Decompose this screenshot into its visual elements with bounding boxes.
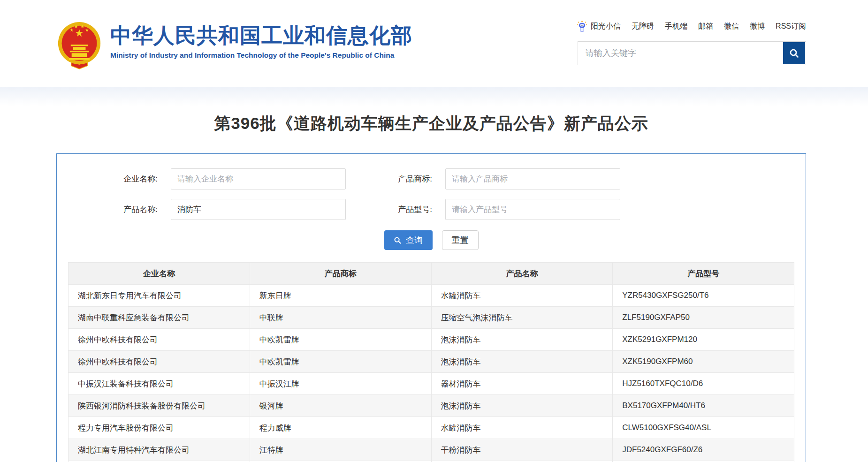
nav-link-accessibility[interactable]: 无障碍 <box>632 22 654 31</box>
search-icon <box>394 236 402 244</box>
nav-label-yangguang-xiaoxin[interactable]: 阳光小信 <box>591 22 621 31</box>
table-cell: 压缩空气泡沫消防车 <box>431 307 613 329</box>
nav-link-weibo[interactable]: 微博 <box>750 22 765 31</box>
table-cell: 徐州中欧科技有限公司 <box>69 329 250 351</box>
search-icon <box>789 48 800 59</box>
table-cell: 泡沫消防车 <box>431 329 613 351</box>
table-cell: 水罐消防车 <box>431 285 613 307</box>
column-header-company: 企业名称 <box>69 263 250 285</box>
table-cell: 中振汉江装备科技有限公司 <box>69 373 250 395</box>
page-title: 第396批《道路机动车辆生产企业及产品公告》新产品公示 <box>56 113 806 135</box>
field-product-brand: 产品商标: <box>381 168 620 189</box>
table-row: 湖北新东日专用汽车有限公司新东日牌水罐消防车YZR5430GXFSG250/T6 <box>69 285 794 307</box>
table-cell: YZR5430GXFSG250/T6 <box>613 285 794 307</box>
table-cell: 湖北新东日专用汽车有限公司 <box>69 285 250 307</box>
query-button[interactable]: 查询 <box>384 230 433 250</box>
utility-nav: 阳光小信 无障碍 手机端 邮箱 微信 微博 RSS订阅 <box>577 21 806 32</box>
table-cell: 江特牌 <box>250 439 431 461</box>
nav-link-rss[interactable]: RSS订阅 <box>776 22 806 31</box>
table-cell: 器材消防车 <box>431 373 613 395</box>
results-table-head: 企业名称 产品商标 产品名称 产品型号 <box>69 263 794 285</box>
table-row: 陕西银河消防科技装备股份有限公司银河牌泡沫消防车BX5170GXFPM40/HT… <box>69 395 794 417</box>
product-model-label: 产品型号: <box>381 204 432 215</box>
site-search-bar <box>578 41 806 65</box>
product-model-input[interactable] <box>445 199 620 220</box>
nav-link-mail[interactable]: 邮箱 <box>698 22 713 31</box>
table-cell: JDF5240GXFGF60/Z6 <box>613 439 794 461</box>
table-cell: 泡沫消防车 <box>431 395 613 417</box>
product-name-input[interactable] <box>171 199 346 220</box>
column-header-model: 产品型号 <box>613 263 794 285</box>
table-row: 湖北江南专用特种汽车有限公司江特牌干粉消防车JDF5240GXFGF60/Z6 <box>69 439 794 461</box>
table-row: 徐州中欧科技有限公司中欧凯雷牌泡沫消防车XZK5291GXFPM120 <box>69 329 794 351</box>
form-actions: 查询 重置 <box>57 230 806 250</box>
table-cell: ZLF5190GXFAP50 <box>613 307 794 329</box>
field-product-name: 产品名称: <box>106 199 346 220</box>
header-divider-band <box>0 87 868 108</box>
results-table: 企业名称 产品商标 产品名称 产品型号 湖北新东日专用汽车有限公司新东日牌水罐消… <box>68 262 794 462</box>
results-table-body: 湖北新东日专用汽车有限公司新东日牌水罐消防车YZR5430GXFSG250/T6… <box>69 285 794 461</box>
product-brand-input[interactable] <box>445 168 620 189</box>
table-cell: XZK5291GXFPM120 <box>613 329 794 351</box>
table-cell: 中欧凯雷牌 <box>250 351 431 373</box>
table-row: 中振汉江装备科技有限公司中振汉江牌器材消防车HJZ5160TXFQC10/D6 <box>69 373 794 395</box>
table-cell: 新东日牌 <box>250 285 431 307</box>
site-titles: 中华人民共和国工业和信息化部 Ministry of Industry and … <box>110 21 412 60</box>
company-name-label: 企业名称: <box>106 174 158 184</box>
table-cell: 湖南中联重科应急装备有限公司 <box>69 307 250 329</box>
site-title-zh: 中华人民共和国工业和信息化部 <box>110 23 412 48</box>
table-cell: 陕西银河消防科技装备股份有限公司 <box>69 395 250 417</box>
table-cell: 程力专用汽车股份有限公司 <box>69 417 250 439</box>
table-cell: 泡沫消防车 <box>431 351 613 373</box>
column-header-product: 产品名称 <box>431 263 613 285</box>
table-cell: CLW5100GXFSG40/ASL <box>613 417 794 439</box>
table-cell: 水罐消防车 <box>431 417 613 439</box>
site-search-button[interactable] <box>783 42 805 64</box>
reset-button[interactable]: 重置 <box>442 230 479 250</box>
table-row: 湖南中联重科应急装备有限公司中联牌压缩空气泡沫消防车ZLF5190GXFAP50 <box>69 307 794 329</box>
site-title-en: Ministry of Industry and Information Tec… <box>110 51 412 60</box>
table-cell: BX5170GXFPM40/HT6 <box>613 395 794 417</box>
nav-link-mobile[interactable]: 手机端 <box>665 22 687 31</box>
national-emblem-icon <box>57 21 102 69</box>
product-name-label: 产品名称: <box>106 204 158 215</box>
table-cell: HJZ5160TXFQC10/D6 <box>613 373 794 395</box>
query-panel: 企业名称: 产品商标: 产品名称: 产品型号: 查询 重置 <box>56 153 806 462</box>
table-cell: XZK5190GXFPM60 <box>613 351 794 373</box>
table-cell: 中联牌 <box>250 307 431 329</box>
query-button-label: 查询 <box>406 235 423 246</box>
table-cell: 中欧凯雷牌 <box>250 329 431 351</box>
site-logo-link[interactable]: 中华人民共和国工业和信息化部 Ministry of Industry and … <box>57 21 412 69</box>
table-cell: 程力威牌 <box>250 417 431 439</box>
table-row: 徐州中欧科技有限公司中欧凯雷牌泡沫消防车XZK5190GXFPM60 <box>69 351 794 373</box>
page: 中华人民共和国工业和信息化部 Ministry of Industry and … <box>0 0 868 462</box>
table-cell: 徐州中欧科技有限公司 <box>69 351 250 373</box>
product-brand-label: 产品商标: <box>381 174 432 184</box>
nav-link-yangguang-xiaoxin[interactable]: 阳光小信 <box>577 21 621 32</box>
field-product-model: 产品型号: <box>381 199 620 220</box>
table-cell: 银河牌 <box>250 395 431 417</box>
table-cell: 中振汉江牌 <box>250 373 431 395</box>
robot-icon <box>577 21 587 32</box>
table-row: 程力专用汽车股份有限公司程力威牌水罐消防车CLW5100GXFSG40/ASL <box>69 417 794 439</box>
column-header-brand: 产品商标 <box>250 263 431 285</box>
nav-link-wechat[interactable]: 微信 <box>724 22 739 31</box>
table-cell: 干粉消防车 <box>431 439 613 461</box>
table-header-row: 企业名称 产品商标 产品名称 产品型号 <box>69 263 794 285</box>
field-company-name: 企业名称: <box>106 168 346 189</box>
company-name-input[interactable] <box>171 168 346 189</box>
site-search-input[interactable] <box>578 42 780 64</box>
table-cell: 湖北江南专用特种汽车有限公司 <box>69 439 250 461</box>
